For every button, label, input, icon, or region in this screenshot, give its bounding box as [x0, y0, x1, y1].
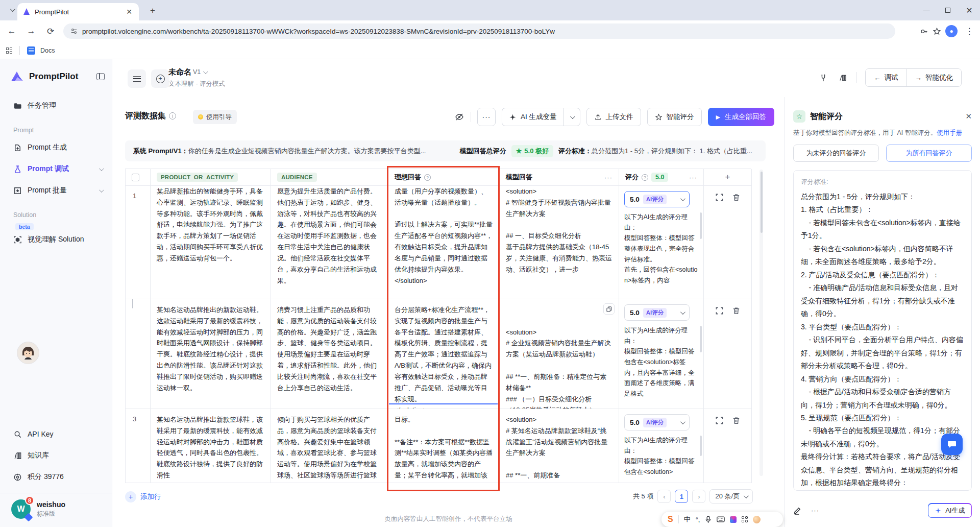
generate-all-answers-button[interactable]: ▶生成全部回答 — [708, 108, 774, 126]
delete-icon[interactable] — [732, 193, 741, 202]
sidebar-item-credits[interactable]: 积分 39776 — [0, 466, 112, 488]
reload-icon[interactable]: ⟳ — [43, 23, 58, 39]
reason-scrollbar[interactable] — [700, 326, 702, 352]
score-unscored-button[interactable]: 为未评分的回答评分 — [793, 145, 879, 162]
current-page-button[interactable]: 1 — [675, 490, 688, 503]
hide-column-icon[interactable] — [454, 112, 464, 122]
score-all-button[interactable]: 为所有回答评分 — [886, 145, 972, 162]
column-header-audience[interactable]: AUDIENCE — [277, 173, 317, 182]
debug-button[interactable]: ←调试 — [866, 69, 906, 86]
cell-audience[interactable]: 倾向于购买与篮球相关的优质产品，愿意为高品质的篮球装备支付高价格。兴趣爱好集中在… — [271, 409, 388, 483]
version-selector[interactable]: V1 — [193, 68, 207, 76]
cell-ideal-answer[interactable]: 台分层策略+标准化生产流程**，实现了短视频内容的批量生产与各平台适配。通过搭建… — [388, 299, 500, 409]
toolbox-grid-icon[interactable] — [742, 516, 748, 522]
reason-scrollbar[interactable] — [700, 436, 702, 456]
cell-model-answer[interactable]: <solution> # 企业短视频营销内容批量生产解决方案（某运动品牌新款运动… — [500, 299, 619, 409]
forward-icon[interactable]: → — [23, 23, 39, 39]
expand-icon[interactable] — [715, 416, 724, 425]
cell-audience[interactable]: 愿意为提升生活质量的产品付费。他们热衷于运动，如跑步、健身、游泳等，对科技产品也… — [271, 186, 388, 299]
task-title[interactable]: 未命名 — [168, 67, 191, 77]
chinese-mode-icon[interactable]: 中 — [684, 515, 691, 524]
smart-score-button[interactable]: 智能评分 — [647, 108, 702, 126]
info-icon[interactable]: i — [169, 112, 176, 119]
reason-scrollbar[interactable] — [700, 212, 702, 239]
score-select[interactable]: 5.0AI评分 — [624, 191, 690, 207]
emoji-icon[interactable] — [753, 516, 761, 523]
keyboard-icon[interactable] — [717, 516, 725, 522]
column-header-score[interactable]: 评分 — [625, 173, 639, 182]
sidebar-item-prompt-debug[interactable]: Prompt 调试 — [0, 158, 112, 180]
cell-product[interactable]: 某品牌新推出的智能健身手环，具备心率监测、运动轨迹记录、睡眠监测等多种功能。该手… — [151, 186, 271, 299]
ai-generate-variables-dropdown[interactable] — [564, 108, 580, 126]
panel-more-icon[interactable]: ··· — [811, 507, 819, 514]
column-more-icon[interactable]: ··· — [689, 174, 697, 181]
manual-link[interactable]: 使用手册 — [937, 129, 962, 136]
cell-product[interactable]: 某知名运动品牌推出新款篮球鞋，该鞋采用了最新的缓震科技，能有效减轻运动时对脚部的… — [151, 409, 271, 483]
select-all-checkbox[interactable] — [132, 174, 139, 181]
page-size-select[interactable]: 20 条/页 — [709, 489, 753, 504]
sidebar-item-api-key[interactable]: API Key — [0, 423, 112, 445]
window-minimize-button[interactable]: — — [916, 0, 937, 20]
cell-model-answer[interactable]: <solution> # 某知名运动品牌新款篮球鞋及“挑战灌篮王”活动短视频营销… — [500, 409, 619, 483]
add-row-button[interactable]: + 添加行 — [125, 491, 161, 502]
help-icon[interactable]: ? — [424, 174, 431, 181]
bookmark-star-icon[interactable] — [933, 27, 941, 36]
edit-pencil-icon[interactable] — [793, 506, 802, 515]
skin-icon[interactable] — [730, 516, 737, 523]
sidebar-item-task-management[interactable]: 任务管理 — [0, 95, 112, 116]
browser-menu-icon[interactable]: ⋮ — [962, 23, 977, 39]
sidebar-item-vision-solution[interactable]: 视觉理解 Solution — [0, 231, 112, 248]
expand-icon[interactable] — [715, 193, 724, 202]
back-icon[interactable]: ← — [4, 23, 19, 39]
cell-audience[interactable]: 消费习惯上注重产品的品质和功能，愿意为优质的运动装备支付较高的价格。兴趣爱好广泛… — [271, 299, 388, 409]
cell-product[interactable]: 某知名运动品牌推出的新款运动鞋。这款运动鞋采用了最新的缓震科技，能有效减轻运动时… — [151, 299, 271, 409]
browser-tab[interactable]: PromptPilot ✕ — [17, 3, 139, 20]
column-header-product[interactable]: PRODUCT_OR_ACTIVITY — [157, 173, 238, 182]
window-close-button[interactable]: ✕ — [959, 0, 980, 20]
score-select[interactable]: 5.0AI评分 — [624, 414, 690, 430]
apps-grid-icon[interactable] — [6, 47, 12, 54]
cell-ideal-answer[interactable]: 目标。 **备注**：本方案可根据**数据监测**结果实时调整（如某类内容播放量… — [388, 409, 500, 483]
copy-icon[interactable] — [603, 303, 615, 315]
library-icon[interactable] — [837, 74, 848, 82]
browser-profile-avatar[interactable]: ● — [945, 25, 958, 37]
delete-icon[interactable] — [732, 306, 741, 315]
sidebar-item-knowledge-base[interactable]: 知识库 — [0, 445, 112, 466]
ai-generate-variables-split-button[interactable]: AI 生成变量 — [502, 108, 580, 126]
sidebar-collapse-icon[interactable] — [96, 73, 105, 80]
docs-bookmark[interactable]: Docs — [40, 47, 55, 54]
new-task-button[interactable]: + — [151, 69, 169, 88]
system-prompt-bar[interactable]: 系统 Prompt/V1：你的任务是生成企业短视频营销内容批量生产解决方案。该方… — [125, 140, 766, 161]
more-actions-button[interactable]: ··· — [477, 108, 496, 126]
assistant-avatar[interactable] — [17, 342, 39, 364]
add-column-button[interactable]: + — [725, 172, 730, 182]
sidebar-item-prompt-generate[interactable]: Prompt 生成 — [0, 137, 112, 158]
cell-model-answer[interactable]: <solution> # 智能健身手环短视频营销内容批量生产解决方案 ## 一、… — [500, 186, 619, 299]
expand-icon[interactable] — [715, 306, 724, 315]
new-tab-button[interactable]: + — [147, 5, 158, 16]
window-maximize-button[interactable] — [937, 0, 959, 20]
punctuation-icon[interactable]: °, — [696, 516, 700, 523]
wrench-icon[interactable] — [818, 74, 829, 82]
url-bar[interactable]: promptpilot.volcengine.com/workbench/ta-… — [63, 23, 895, 39]
panel-close-icon[interactable]: ✕ — [965, 112, 972, 121]
smart-optimize-button[interactable]: →智能优化 — [906, 69, 962, 86]
tab-search-icon[interactable] — [6, 6, 17, 15]
tab-close-icon[interactable]: ✕ — [125, 7, 134, 16]
upload-file-button[interactable]: 上传文件 — [586, 108, 641, 126]
sogou-icon[interactable]: S — [668, 515, 673, 524]
sidebar-item-prompt-batch[interactable]: Prompt 批量 — [0, 180, 112, 201]
usage-guide-chip[interactable]: 使用引导 — [193, 110, 237, 124]
cell-ideal-answer[interactable]: 成量（用户分享的视频数量）、活动曝光量（话题播放量）。 通过以上解决方案，可实现… — [388, 186, 500, 299]
row-checkbox[interactable] — [132, 299, 133, 308]
column-header-ideal[interactable]: 理想回答 — [395, 173, 421, 182]
chat-support-button[interactable] — [941, 434, 963, 455]
menu-button[interactable] — [128, 69, 146, 88]
microphone-icon[interactable] — [705, 516, 712, 523]
column-header-model[interactable]: 模型回答 — [506, 173, 532, 182]
ai-generate-variables-button[interactable]: AI 生成变量 — [502, 108, 564, 126]
ai-generate-button[interactable]: AI生成 — [928, 503, 972, 518]
table-scrollbar[interactable] — [760, 170, 763, 476]
column-more-icon[interactable]: ··· — [604, 174, 612, 181]
prev-page-button[interactable]: ‹ — [657, 490, 671, 503]
